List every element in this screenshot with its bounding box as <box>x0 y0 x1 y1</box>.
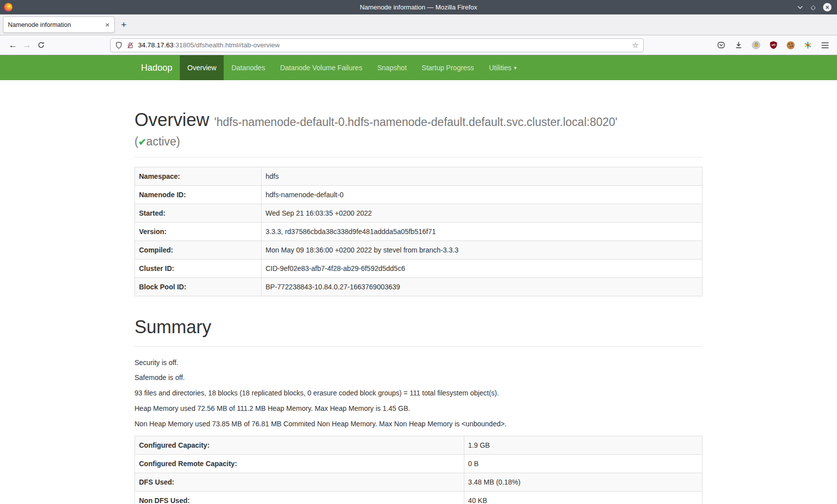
row-label: Non DFS Used: <box>135 492 464 504</box>
page-title: Overview 'hdfs-namenode-default-0.hdfs-n… <box>135 110 702 130</box>
summary-line-filesystem-objects: 93 files and directories, 18 blocks (18 … <box>135 388 702 398</box>
row-value: Wed Sep 21 16:03:35 +0200 2022 <box>261 204 702 223</box>
row-label: Namenode ID: <box>135 186 262 204</box>
ublock-origin-icon[interactable]: uO <box>769 41 778 49</box>
maximize-button[interactable]: ◇ <box>811 4 816 10</box>
reload-icon <box>37 41 45 49</box>
forward-button[interactable]: → <box>20 39 34 52</box>
state-label: active <box>146 135 176 148</box>
chevron-down-icon: ▾ <box>514 65 517 71</box>
namenode-address: 'hdfs-namenode-default-0.hdfs-namenode-d… <box>214 116 617 128</box>
browser-toolbar: ← → 34.78.17.63:31805/dfshealth.html#tab… <box>0 35 837 55</box>
row-value: CID-9ef02e83-afb7-4f28-ab29-6f592d5dd5c6 <box>261 259 702 278</box>
bookmark-star-icon[interactable]: ☆ <box>632 41 639 50</box>
url-host: 34.78.17.63 <box>138 41 173 49</box>
browser-window: Namenode information — Mozilla Firefox ◇… <box>0 0 837 504</box>
tab-datanode-volume-failures[interactable]: Datanode Volume Failures <box>273 55 370 80</box>
row-label: Cluster ID: <box>135 259 262 278</box>
minimize-button[interactable] <box>797 5 803 9</box>
divider <box>135 346 702 347</box>
table-row: Namespace:hdfs <box>135 167 702 186</box>
url-text: 34.78.17.63:31805/dfshealth.html#tab-ove… <box>138 41 279 49</box>
row-label: Version: <box>135 223 262 241</box>
namenode-info-table: Namespace:hdfs Namenode ID:hdfs-namenode… <box>135 167 702 296</box>
table-row: DFS Used:3.48 MB (0.18%) <box>135 473 702 492</box>
tab-overview[interactable]: Overview <box>180 55 224 80</box>
row-label: Started: <box>135 204 262 223</box>
new-tab-button[interactable]: + <box>121 20 127 29</box>
check-icon: ✔ <box>139 137 146 147</box>
extension-lock-icon[interactable] <box>752 41 760 49</box>
row-value: hdfs <box>261 167 702 186</box>
navbar-menu: Overview Datanodes Datanode Volume Failu… <box>180 55 524 80</box>
summary-line-security: Security is off. <box>135 358 702 368</box>
row-value: 3.48 MB (0.18%) <box>464 473 702 492</box>
tab-title: Namenode information <box>8 21 102 28</box>
tab-startup-progress[interactable]: Startup Progress <box>414 55 481 80</box>
summary-line-non-heap-memory: Non Heap Memory used 73.85 MB of 76.81 M… <box>135 419 702 429</box>
cookie-icon[interactable] <box>787 41 795 49</box>
table-row: Compiled:Mon May 09 18:36:00 +0200 2022 … <box>135 241 702 259</box>
table-row: Version:3.3.3, rd37586cbda38c338d9fe481a… <box>135 223 702 241</box>
menu-icon[interactable] <box>821 42 829 49</box>
color-asterisk-icon[interactable] <box>804 41 812 49</box>
chevron-down-icon <box>797 5 803 9</box>
firefox-logo-icon <box>4 3 12 11</box>
row-label: Namespace: <box>135 167 262 186</box>
divider <box>135 157 702 157</box>
row-value: 40 KB <box>464 492 702 504</box>
table-row: Block Pool ID:BP-772238843-10.84.0.27-16… <box>135 278 702 296</box>
row-label: DFS Used: <box>135 473 464 492</box>
row-value: 3.3.3, rd37586cbda38c338d9fe481addda5a05… <box>261 223 702 241</box>
row-value: 0 B <box>464 455 702 473</box>
table-row: Started:Wed Sep 21 16:03:35 +0200 2022 <box>135 204 702 223</box>
insecure-lock-icon[interactable] <box>127 41 134 49</box>
overview-title: Overview <box>135 110 209 130</box>
summary-table: Configured Capacity:1.9 GB Configured Re… <box>135 436 702 504</box>
table-row: Namenode ID:hdfs-namenode-default-0 <box>135 186 702 204</box>
row-value: hdfs-namenode-default-0 <box>261 186 702 204</box>
row-label: Block Pool ID: <box>135 278 262 296</box>
tab-datanodes[interactable]: Datanodes <box>224 55 273 80</box>
row-label: Compiled: <box>135 241 262 259</box>
back-button[interactable]: ← <box>6 39 20 52</box>
row-value: BP-772238843-10.84.0.27-1663769003639 <box>261 278 702 296</box>
window-title: Namenode information — Mozilla Firefox <box>0 3 837 11</box>
summary-title: Summary <box>135 317 702 337</box>
dropdown-utilities[interactable]: Utilities ▾ <box>481 55 524 80</box>
tab-close-icon[interactable]: × <box>102 20 110 29</box>
tab-snapshot[interactable]: Snapshot <box>370 55 414 80</box>
namenode-state: (✔active) <box>135 135 702 148</box>
hadoop-navbar: Hadoop Overview Datanodes Datanode Volum… <box>0 55 837 80</box>
downloads-icon[interactable] <box>734 41 743 49</box>
reload-button[interactable] <box>34 39 48 52</box>
navbar-brand-hadoop[interactable]: Hadoop <box>134 55 180 80</box>
pocket-icon[interactable] <box>717 41 725 49</box>
page-content: Hadoop Overview Datanodes Datanode Volum… <box>0 55 837 504</box>
summary-paragraphs: Security is off. Safemode is off. 93 fil… <box>135 358 702 429</box>
tracking-shield-icon[interactable] <box>115 41 123 49</box>
browser-tab[interactable]: Namenode information × <box>3 16 115 33</box>
table-row: Configured Capacity:1.9 GB <box>135 436 702 455</box>
table-row: Non DFS Used:40 KB <box>135 492 702 504</box>
svg-text:uO: uO <box>771 43 776 46</box>
row-value: 1.9 GB <box>464 436 702 455</box>
table-row: Cluster ID:CID-9ef02e83-afb7-4f28-ab29-6… <box>135 259 702 278</box>
utilities-label: Utilities <box>489 64 511 72</box>
url-bar[interactable]: 34.78.17.63:31805/dfshealth.html#tab-ove… <box>110 38 644 52</box>
table-row: Configured Remote Capacity:0 B <box>135 455 702 473</box>
tab-strip: Namenode information × + <box>0 14 837 35</box>
url-path: :31805/dfshealth.html#tab-overview <box>173 41 279 49</box>
row-value: Mon May 09 18:36:00 +0200 2022 by stevel… <box>261 241 702 259</box>
close-button[interactable]: × <box>823 3 832 11</box>
summary-line-safemode: Safemode is off. <box>135 373 702 383</box>
summary-line-heap-memory: Heap Memory used 72.56 MB of 111.2 MB He… <box>135 403 702 414</box>
row-label: Configured Remote Capacity: <box>135 455 464 473</box>
window-titlebar: Namenode information — Mozilla Firefox ◇… <box>0 0 837 14</box>
row-label: Configured Capacity: <box>135 436 464 455</box>
